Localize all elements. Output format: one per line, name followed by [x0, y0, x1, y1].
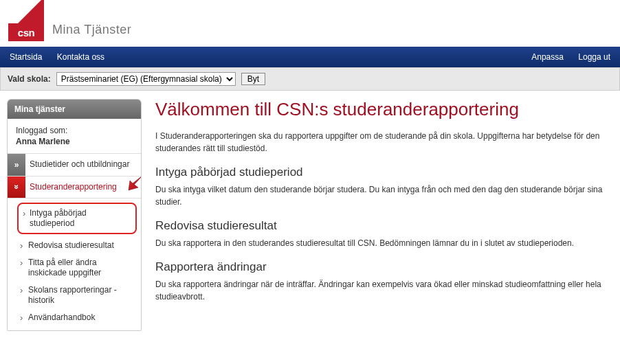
page-title: Välkommen till CSN:s studeranderapporter… — [155, 99, 613, 120]
chevron-double-right-icon: » — [8, 154, 25, 176]
intro-paragraph: I Studeranderapporteringen ska du rappor… — [155, 130, 613, 155]
school-bar: Vald skola: Prästseminariet (EG) (Efterg… — [0, 67, 620, 91]
section-body: Du ska rapportera in den studerandes stu… — [155, 237, 613, 249]
section-heading: Intyga påbörjad studieperiod — [155, 166, 613, 179]
logged-in-user: Anna Marlene — [16, 137, 133, 146]
main-content: Välkommen till CSN:s studeranderapporter… — [155, 99, 613, 331]
nav-kontakta-oss[interactable]: Kontakta oss — [57, 52, 104, 62]
nav-anpassa[interactable]: Anpassa — [531, 52, 564, 62]
header: csn Mina Tjänster — [0, 0, 620, 47]
submenu-skolans-rapporteringar[interactable]: Skolans rapporteringar - historik — [8, 282, 141, 309]
school-change-button[interactable]: Byt — [241, 73, 265, 85]
section-heading: Redovisa studieresultat — [155, 219, 613, 233]
nav-startsida[interactable]: Startsida — [10, 52, 42, 62]
submenu-anvandarhandbok[interactable]: Användarhandbok — [8, 309, 141, 326]
logo: csn — [8, 4, 44, 40]
school-select[interactable]: Prästseminariet (EG) (Eftergymnasial sko… — [56, 72, 236, 86]
callout-arrow-icon — [126, 167, 142, 192]
sidebar-item-studeranderapportering[interactable]: » Studeranderapportering — [8, 177, 141, 199]
section-heading: Rapportera ändringar — [155, 260, 613, 274]
chevron-double-down-icon: » — [8, 177, 25, 198]
section-body: Du ska rapportera ändringar när de inträ… — [155, 278, 613, 303]
logged-in-label: Inloggad som: — [16, 126, 67, 135]
section-body: Du ska intyga vilket datum den studerand… — [155, 183, 613, 208]
sidebar-header: Mina tjänster — [8, 100, 141, 119]
sidebar-submenu: Intyga påbörjad studieperiod Redovisa st… — [8, 198, 141, 330]
school-label: Vald skola: — [8, 74, 51, 84]
nav-logga-ut[interactable]: Logga ut — [578, 52, 610, 62]
sidebar-item-studietider[interactable]: » Studietider och utbildningar — [8, 154, 141, 177]
submenu-titta-pa-eller-andra[interactable]: Titta på eller ändra inskickade uppgifte… — [8, 254, 141, 282]
sidebar-user-block: Inloggad som: Anna Marlene — [8, 119, 141, 154]
sidebar: Mina tjänster Inloggad som: Anna Marlene… — [7, 99, 142, 331]
top-nav: Startsida Kontakta oss Anpassa Logga ut — [0, 47, 620, 67]
submenu-intyga-paborjad[interactable]: Intyga påbörjad studieperiod — [17, 203, 137, 234]
logo-text: csn — [18, 27, 34, 38]
sidebar-item-label: Studietider och utbildningar — [25, 154, 141, 176]
submenu-redovisa-studieresultat[interactable]: Redovisa studieresultat — [8, 237, 141, 254]
site-title: Mina Tjänster — [52, 23, 131, 37]
sidebar-item-label: Studeranderapportering — [25, 177, 141, 198]
